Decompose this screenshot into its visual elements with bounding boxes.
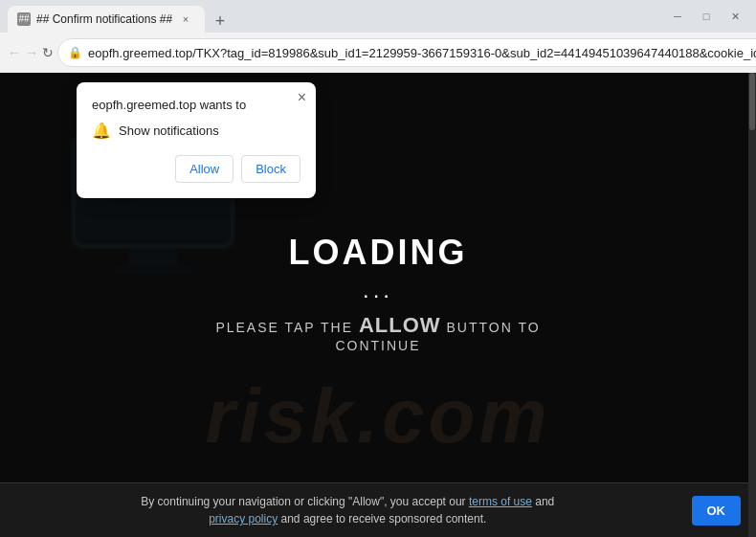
loading-area: LOADING ... PLEASE TAP THE ALLOW BUTTON … (189, 233, 567, 353)
banner-text-after: and agree to receive sponsored content. (278, 512, 486, 526)
banner-text: By continuing your navigation or clickin… (15, 493, 680, 527)
bell-icon: 🔔 (92, 122, 111, 140)
browser-window: ## ## Confirm notifications ## × + ─ □ ✕… (0, 0, 756, 537)
risk-watermark: risk.com (0, 372, 756, 460)
scrollbar[interactable] (748, 73, 756, 537)
maximize-button[interactable]: □ (693, 3, 720, 30)
forward-button[interactable]: → (25, 39, 38, 66)
active-tab[interactable]: ## ## Confirm notifications ## × (8, 6, 205, 33)
lock-icon: 🔒 (68, 46, 82, 59)
svg-rect-3 (113, 266, 192, 274)
tab-area: ## ## Confirm notifications ## × + (8, 0, 660, 33)
popup-site-name: eopfh.greemed.top wants to (92, 98, 300, 112)
tab-title: ## Confirm notifications ## (36, 12, 172, 26)
refresh-button[interactable]: ↻ (42, 39, 54, 66)
tab-favicon: ## (17, 12, 31, 26)
nav-bar: ← → ↻ 🔒 eopfh.greemed.top/TKX?tag_id=819… (0, 33, 756, 73)
new-tab-button[interactable]: + (209, 10, 232, 33)
terms-link[interactable]: terms of use (469, 495, 532, 508)
loading-dots: ... (189, 277, 567, 303)
svg-rect-2 (129, 247, 177, 266)
privacy-link[interactable]: privacy policy (209, 512, 278, 526)
window-controls: ─ □ ✕ (664, 3, 748, 30)
loading-heading: LOADING (189, 233, 567, 273)
banner-text-middle: and (532, 495, 554, 508)
title-bar: ## ## Confirm notifications ## × + ─ □ ✕ (0, 0, 756, 33)
page-content: risk.com LOADING ... PLEASE TAP THE ALLO… (0, 73, 756, 537)
tab-close-button[interactable]: × (178, 11, 193, 27)
popup-notification-row: 🔔 Show notifications (92, 122, 300, 140)
address-text: eopfh.greemed.top/TKX?tag_id=819986&sub_… (88, 46, 756, 60)
popup-close-button[interactable]: × (298, 90, 306, 105)
minimize-button[interactable]: ─ (664, 3, 691, 30)
close-button[interactable]: ✕ (722, 3, 748, 30)
back-button[interactable]: ← (8, 39, 21, 66)
notification-popup: × eopfh.greemed.top wants to 🔔 Show noti… (77, 82, 316, 198)
block-button[interactable]: Block (241, 155, 300, 183)
loading-subtitle: PLEASE TAP THE ALLOW BUTTON TO CONTINUE (189, 313, 567, 353)
subtitle-before: PLEASE TAP THE (215, 320, 353, 335)
allow-button[interactable]: Allow (175, 155, 233, 183)
bottom-banner: By continuing your navigation or clickin… (0, 482, 756, 537)
address-bar[interactable]: 🔒 eopfh.greemed.top/TKX?tag_id=819986&su… (57, 38, 756, 67)
subtitle-allow: ALLOW (359, 313, 441, 337)
popup-actions: Allow Block (92, 155, 300, 183)
popup-notification-label: Show notifications (119, 123, 219, 138)
banner-text-before: By continuing your navigation or clickin… (141, 495, 469, 508)
ok-button[interactable]: OK (692, 496, 742, 526)
scrollbar-thumb[interactable] (749, 73, 755, 130)
